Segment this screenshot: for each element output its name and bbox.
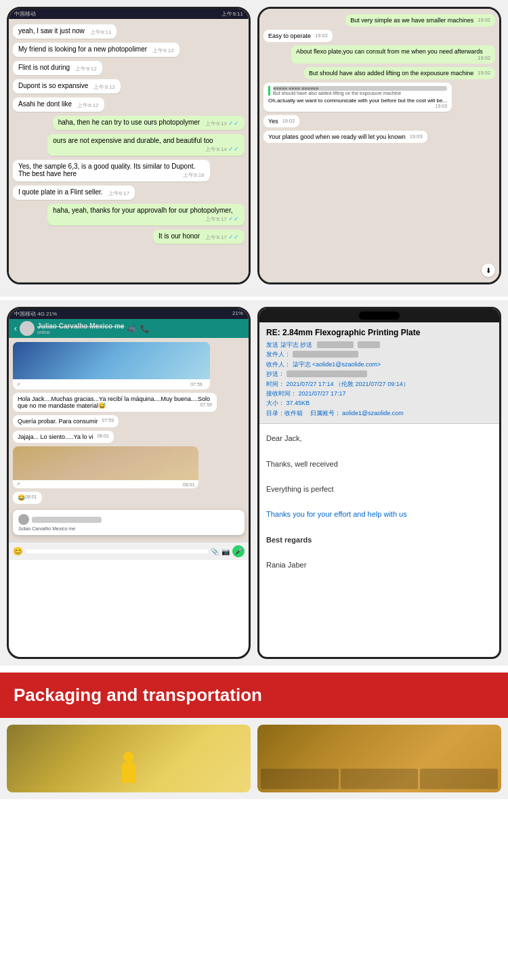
wa-input-bar[interactable]: 😊 📎 📷 🎤 — [9, 542, 249, 560]
wa-message-input[interactable] — [26, 549, 208, 553]
msg-1: yeah, I saw it just now 上午9:11 — [13, 24, 117, 39]
popup-content: Juliao Carvalho Mexico me — [18, 526, 239, 531]
email-received: 接收时间： 2021/07/27 17:17 — [266, 389, 492, 398]
rmsg-text-2: Easy to operate — [268, 33, 311, 39]
msg-text-8: Yes, the sample 6,3, is a good quality. … — [18, 163, 195, 177]
image-thumbnail — [13, 446, 198, 480]
chat-msg-1: Hola Jack....Muchas gracias...Ya recibí … — [13, 393, 217, 412]
popup-sender: Juliao Carvalho Mexico me — [32, 517, 102, 523]
video-footer: ↗ 07:59 — [13, 379, 210, 389]
rmsg-6: Your plates good when we ready will let … — [263, 131, 427, 143]
video-message: ▶ ↗ 07:59 — [13, 342, 210, 389]
rmsg-3: About flexo plate,you can consult from m… — [291, 45, 495, 64]
email-subject: RE: 2.84mm Flexographic Printing Plate — [266, 328, 492, 337]
status-bar-left: 中国移动 上午9:11 — [9, 9, 249, 19]
image-bg — [13, 446, 198, 480]
video-time-stamp: 07:59 — [186, 381, 207, 388]
rmsg-text-3: About flexo plate,you can consult from m… — [296, 48, 483, 55]
shelf-2 — [341, 769, 419, 789]
msg-time-7: 上午9:14 ✓✓ — [205, 146, 239, 153]
share-icon: ↗ — [16, 382, 20, 387]
msg-4: Dupont is so expansive 上午9:12 — [13, 79, 121, 93]
back-button[interactable]: ‹ — [14, 324, 17, 333]
rmsg-4: But should have also added lifting on th… — [304, 67, 495, 79]
contact-avatar — [20, 321, 35, 336]
msg-time-11: 上午9:17 ✓✓ — [205, 234, 239, 241]
wa-header-bar: ‹ Juliao Carvalho Mexico me online 📹 📞 — [9, 319, 249, 338]
scroll-down-button[interactable]: ⬇ — [482, 263, 495, 277]
video-bg — [13, 342, 210, 379]
share-icon-2: ↗ — [16, 482, 20, 487]
msg-8: Yes, the sample 6,3, is a good quality. … — [13, 160, 210, 182]
chat-screen-left: yeah, I saw it just now 上午9:11 My friend… — [9, 19, 249, 284]
right-phone-mockup: But very simple as we have smaller machi… — [257, 7, 501, 284]
left-phone-mockup: 中国移动 上午9:11 yeah, I saw it just now 上午9:… — [7, 7, 251, 284]
msg-5: Asahi he dont like 上午9:12 — [13, 98, 104, 112]
carrier-video: 中国移动 4G 21% — [14, 310, 57, 318]
email-closing: Best regards — [266, 534, 492, 547]
packaging-title: Packaging and transportation — [14, 685, 494, 706]
camera-btn[interactable]: 📷 — [221, 548, 230, 555]
msg-time-1: 上午9:11 — [90, 28, 112, 36]
phone-notch — [259, 309, 499, 322]
msg-3: Flint is not during 上午9:12 — [13, 61, 102, 75]
email-cc: 抄送： ■■■■■■■■■■■■■■■■■■■■■■ — [266, 369, 492, 379]
email-header: RE: 2.84mm Flexographic Printing Plate 发… — [259, 322, 499, 424]
email-body: Dear Jack, Thanks, well received Everyth… — [259, 424, 499, 580]
msg-time-9: 上午9:17 — [108, 190, 130, 197]
emoji-content: 😂 — [18, 494, 25, 501]
quote-reply-text: Oh,actually we want to communicate with … — [268, 98, 447, 104]
bottom-images-section — [0, 718, 508, 799]
quote-header: ■■■■■ ■■■■ ■■■■■■ But should have also a… — [268, 86, 447, 95]
video-phone-mockup: 中国移动 4G 21% 21% ‹ Juliao Carvalho Mexico… — [7, 307, 251, 659]
video-call-icon[interactable]: 📹 — [127, 324, 136, 333]
msg-10: haha, yeah, thanks for your approvalh fo… — [47, 204, 245, 226]
quote-sender: ■■■■■ ■■■■ ■■■■■■ — [273, 86, 447, 91]
shelf-3 — [420, 769, 498, 789]
emoji-time: 08:01 — [25, 494, 37, 499]
email-time: 时间： 2021/07/27 17:14 （伦敦 2021/07/27 09:1… — [266, 379, 492, 389]
notch-bar — [359, 312, 400, 320]
msg-text-4: Dupont is so expansive — [18, 82, 88, 89]
msg-6: haha, then he can try to use ours photop… — [53, 116, 245, 130]
battery-video: 21% — [232, 310, 243, 318]
chat-msg-3: Jajaja... Lo siento.....Ya lo vi 08:01 — [13, 431, 114, 443]
popup-notification: Juliao Carvalho Mexico me Juliao Carvalh… — [13, 510, 245, 535]
msg-text-2: My friend is looking for a new photopoli… — [18, 45, 147, 53]
worker-image — [7, 725, 251, 792]
bottom-controls-right: + 📷 🎭 — [259, 282, 499, 284]
rmsg-text-4: But should have also added lifting on th… — [309, 70, 473, 77]
top-phones-section: 中国移动 上午9:11 yeah, I saw it just now 上午9:… — [0, 0, 508, 291]
worker-body — [122, 763, 135, 783]
warehouse-image-bg — [257, 725, 501, 792]
quote-time: 19:03 — [268, 104, 447, 108]
msg-time-3: 上午9:12 — [75, 65, 97, 72]
email-to: 收件人： 柒宇志 <aolide1@szaolide.com> — [266, 360, 492, 369]
video-thumbnail: ▶ — [13, 342, 210, 379]
msg-time-5: 上午9:12 — [77, 102, 99, 109]
email-line1: Thanks, well received — [266, 458, 492, 471]
msg-text-10: haha, yeah, thanks for your approvalh fo… — [53, 207, 232, 214]
phone-icon[interactable]: 📞 — [140, 324, 150, 333]
emoji-btn[interactable]: 😊 — [13, 547, 23, 556]
msg-text-11: It is our honor — [158, 232, 200, 240]
warehouse-image — [257, 725, 501, 792]
rmsg-time-2: 19:02 — [315, 33, 328, 39]
quote-text: But should have also added lifting on th… — [273, 91, 447, 95]
rmsg-time-3: 19:02 — [478, 55, 490, 61]
time-left: 上午9:11 — [221, 10, 243, 18]
msg-11: It is our honor 上午9:17 ✓✓ — [153, 230, 245, 244]
status-bar-video: 中国移动 4G 21% 21% — [9, 309, 249, 319]
email-from: 发件人： ■■■■■■■■■■■■■■■■■■ — [266, 349, 492, 359]
msg-text-6: haha, then he can try to use ours photop… — [58, 119, 200, 126]
msg-2: My friend is looking for a new photopoli… — [13, 43, 179, 57]
person-silhouette — [119, 752, 139, 792]
attach-btn[interactable]: 📎 — [211, 548, 219, 555]
mic-btn-bottom[interactable]: 🎤 — [232, 545, 245, 557]
rmsg-time-4: 19:02 — [478, 70, 490, 76]
msg-9: I quote plate in a Flint seller. 上午9:17 — [13, 186, 135, 200]
worker-image-bg — [7, 725, 251, 792]
msg-time-10: 上午9:17 ✓✓ — [205, 215, 239, 223]
msg-time-8: 上午9:16 — [183, 171, 205, 179]
contact-name: Juliao Carvalho Mexico me — [37, 322, 124, 330]
